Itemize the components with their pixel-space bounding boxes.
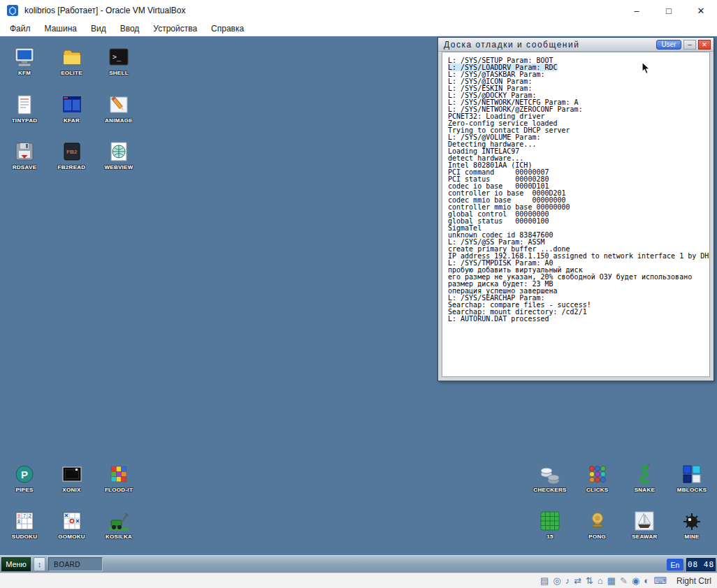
menubar-item-2[interactable]: Вид [84, 21, 113, 36]
checkers-icon [539, 463, 561, 485]
desktop-icon-webview[interactable]: WEBVIEW [96, 140, 141, 170]
recording-icon[interactable]: ✎ [620, 576, 628, 585]
desktop-icon-label: CHECKERS [528, 487, 572, 493]
display-icon[interactable]: ▦ [607, 576, 616, 585]
svg-text:2: 2 [29, 513, 31, 518]
desktop-icon-eolite[interactable]: EOLITE [50, 46, 94, 76]
floodit-icon [108, 463, 130, 485]
maximize-icon[interactable]: □ [653, 0, 685, 21]
window-title: kolibrios [Работает] - Oracle VM Virtual… [24, 6, 186, 15]
eolite-icon [61, 46, 83, 68]
desktop-icon-kfm[interactable]: KFM [2, 46, 47, 76]
desktop-icon-label: XONIX [50, 487, 94, 493]
svg-text:8: 8 [17, 519, 20, 524]
webview-icon [108, 140, 130, 163]
language-indicator[interactable]: En [667, 559, 683, 571]
virtualbox-window: kolibrios [Работает] - Oracle VM Virtual… [0, 0, 717, 588]
desktop-icon-label: KOSILKA [96, 534, 141, 540]
shared-folders-icon[interactable]: ⌂ [598, 576, 603, 585]
svg-text:FB2: FB2 [66, 149, 78, 155]
desktop-icon-animage[interactable]: ANIMAGE [96, 94, 141, 124]
hdd-icon[interactable]: ▤ [540, 576, 549, 585]
clicks-icon [586, 463, 609, 485]
desktop-icon-kosilka[interactable]: KOSILKA [96, 510, 141, 540]
pipes-icon: P [13, 463, 36, 485]
desktop-icon-snake[interactable]: SNAKE [622, 463, 667, 493]
desktop-icon-label: 15 [528, 534, 572, 540]
desktop-icon-p15[interactable]: 15 [528, 510, 572, 540]
xonix-icon [61, 463, 83, 485]
mouse-icon[interactable]: ◐ [644, 576, 649, 585]
taskbar-clock[interactable]: 08 48 [686, 558, 716, 571]
debug-board-titlebar[interactable]: Доска отладки и сообщений User – ✕ [438, 38, 714, 52]
p15-icon [539, 510, 561, 532]
board-line: L: AUTORUN.DAT processed [448, 316, 709, 323]
user-button[interactable]: User [656, 40, 681, 50]
start-menu-button[interactable]: Меню [1, 557, 31, 571]
sudoku-icon: 9728 [13, 510, 36, 532]
menubar-item-1[interactable]: Машина [38, 21, 84, 36]
desktop-icon-shell[interactable]: >_SHELL [96, 46, 141, 76]
desktop-icon-mblocks[interactable]: MBLOCKS [669, 463, 714, 493]
board-line-text: L: AUTORUN.DAT processed [448, 315, 549, 323]
desktop-icon-rdsave[interactable]: RDSAVE [2, 140, 47, 170]
shell-icon: >_ [108, 46, 130, 68]
desktop-icon-label: KFAR [50, 117, 94, 124]
pong-icon [586, 510, 609, 532]
menubar-item-5[interactable]: Справка [204, 21, 251, 36]
desktop-icon-seawar[interactable]: SEAWAR [622, 510, 667, 540]
desktop-icon-pipes[interactable]: PPIPES [2, 463, 47, 493]
snake-icon [633, 463, 656, 485]
menubar-item-4[interactable]: Устройства [146, 21, 204, 36]
desktop-icon-label: WEBVIEW [96, 164, 141, 170]
vm-screen[interactable]: Доска отладки и сообщений User – ✕ L: /S… [0, 36, 717, 573]
close-icon[interactable]: ✕ [685, 0, 717, 21]
network-icon[interactable]: ⇄ [574, 576, 581, 585]
desktop-icon-sudoku[interactable]: 9728SUDOKU [2, 510, 47, 540]
desktop-icon-label: GOMOKU [50, 534, 94, 540]
desktop-icon-tinypad[interactable]: TINYPAD [2, 94, 47, 124]
keyboard-icon[interactable]: ⌨ [653, 576, 667, 585]
desktop-icon-clicks[interactable]: CLICKS [575, 463, 620, 493]
board-minimize-icon[interactable]: – [683, 40, 696, 50]
audio-icon[interactable]: ♪ [565, 576, 570, 585]
desktop-icon-floodit[interactable]: FLOOD-IT [96, 463, 141, 493]
debug-board-title: Доска отладки и сообщений [444, 40, 579, 50]
mouse-cursor-icon [642, 61, 651, 75]
usb-icon[interactable]: ⇅ [586, 576, 593, 585]
desktop-icon-gomoku[interactable]: GOMOKU [50, 510, 94, 540]
svg-text:9: 9 [17, 513, 20, 518]
desktop-icon-label: FLOOD-IT [96, 487, 141, 493]
desktop-icon-label: SEAWAR [622, 534, 667, 540]
desktop-icon-label: EOLITE [50, 70, 94, 76]
desktop-icon-label: FB2READ [50, 164, 94, 170]
desktop-icon-checkers[interactable]: CHECKERS [528, 463, 572, 493]
desktop-icon-xonix[interactable]: XONIX [50, 463, 94, 493]
desktop-icon-fb2read[interactable]: FB2FB2READ [50, 140, 94, 170]
taskbar-updown-icon[interactable]: ↕ [34, 557, 45, 571]
vbox-statusbar: ▤◎♪⇄⇅⌂▦✎◉◐⌨ Right Ctrl [0, 573, 717, 588]
fb2read-icon: FB2 [61, 140, 83, 163]
seawar-icon [633, 510, 656, 532]
menubar-item-0[interactable]: Файл [3, 21, 38, 36]
window-titlebar: kolibrios [Работает] - Oracle VM Virtual… [0, 0, 717, 21]
minimize-icon[interactable]: – [621, 0, 653, 21]
features-icon[interactable]: ◉ [632, 576, 639, 585]
menubar: ФайлМашинаВидВводУстройстваСправка [0, 21, 717, 36]
desktop-icon-label: MBLOCKS [669, 487, 714, 493]
rdsave-icon [13, 140, 36, 163]
desktop-icon-label: PIPES [2, 487, 47, 493]
virtualbox-app-icon [6, 4, 19, 17]
cd-icon[interactable]: ◎ [553, 576, 560, 585]
desktop-icon-label: MINE [669, 534, 714, 540]
desktop-icon-mine[interactable]: MINE [669, 510, 714, 540]
desktop-icon-kfar[interactable]: KFAR [50, 94, 94, 124]
menubar-item-3[interactable]: Ввод [113, 21, 147, 36]
debug-board-client: L: /SYS/SETUP Param: BOOTL: /SYS/LOADDRV… [442, 52, 710, 377]
taskbar-task-board[interactable]: BOARD [48, 557, 103, 571]
debug-board-window: Доска отладки и сообщений User – ✕ L: /S… [437, 37, 714, 381]
desktop-icon-pong[interactable]: PONG [575, 510, 620, 540]
vbox-status-icons: ▤◎♪⇄⇅⌂▦✎◉◐⌨ [540, 576, 667, 585]
mblocks-icon [681, 463, 703, 485]
board-close-icon[interactable]: ✕ [698, 40, 711, 50]
